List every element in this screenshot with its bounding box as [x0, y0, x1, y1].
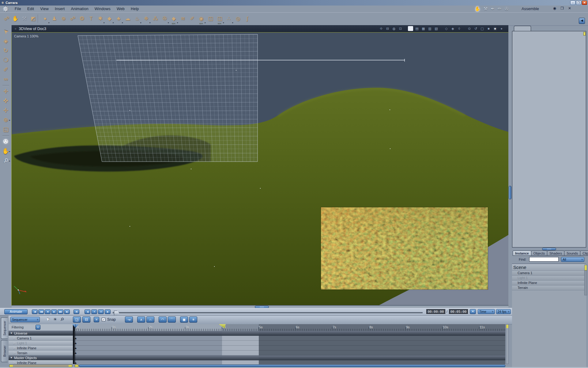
insert-brush-icon[interactable]: ✐ [188, 14, 196, 23]
track-light-1[interactable]: ▷ Light 1 [9, 341, 73, 346]
disclosure-icon[interactable]: ▷ [13, 361, 15, 364]
tween-bezier-button[interactable]: ∩ [146, 316, 154, 323]
snap-checkbox[interactable]: ✓ [102, 318, 105, 321]
pointer-tool-icon[interactable]: ➤ [46, 317, 50, 322]
collapse-panel-button[interactable]: ◀ [579, 18, 585, 24]
close-button[interactable]: ✕ [582, 1, 587, 5]
insert-ocean-icon[interactable]: ≋ [179, 14, 187, 23]
tab-shaders[interactable]: Shaders [547, 251, 564, 256]
insert-text-icon[interactable]: T [87, 14, 95, 23]
insert-bones-icon[interactable]: ☍ [69, 14, 77, 23]
vp-layout-3pane-icon[interactable]: ▦ [421, 26, 426, 31]
tab-objects[interactable]: Objects [531, 251, 547, 256]
splitter-handle[interactable] [542, 248, 556, 250]
panel-toggle-icon[interactable]: ❒ [560, 6, 564, 10]
menu-item[interactable]: Insert [55, 7, 65, 11]
timeline-ruler[interactable] [75, 324, 505, 331]
current-time-field[interactable]: 00:00:00 [426, 309, 445, 314]
total-time-field[interactable]: 00:05:00 [449, 309, 468, 314]
timeline-scroll-cap[interactable] [75, 365, 78, 367]
timeline-vscrollbar[interactable] [506, 324, 509, 364]
insert-sdk-camera-icon[interactable]: ◫SDK [216, 14, 224, 23]
track-group-master-objects[interactable]: ▼ Master Objects [9, 355, 73, 360]
camera-tool[interactable]: ✇ [1, 137, 10, 147]
minimize-button[interactable]: – [570, 1, 575, 5]
texture-room-icon[interactable]: ✏ [498, 6, 502, 12]
trackball-tool[interactable]: ⊕ [1, 115, 10, 125]
menu-item[interactable]: Web [117, 7, 125, 11]
scale-timeline-button[interactable]: ⊟ [82, 316, 90, 323]
insert-fire-icon[interactable]: ♨ [133, 14, 141, 23]
scene-scrollbar[interactable] [584, 265, 587, 295]
disclosure-icon[interactable]: ▷ [13, 351, 15, 354]
disclosure-icon[interactable]: ▼ [10, 356, 13, 359]
menu-item[interactable]: View [40, 7, 49, 11]
scene-scroll-thumb[interactable] [585, 265, 587, 270]
menu-item[interactable]: File [15, 7, 21, 11]
insert-sphere-icon[interactable]: ● [41, 14, 49, 23]
vp-plane-side-icon[interactable]: ◊ [457, 26, 462, 31]
vp-lit-preview-icon[interactable]: ● [492, 26, 498, 31]
filtering-dropdown-button[interactable]: » [36, 325, 40, 330]
frame-range-button[interactable]: ▤ [74, 309, 79, 314]
insert-camera-icon[interactable]: ◫ [206, 14, 214, 23]
time-slider-thumb[interactable] [114, 311, 119, 316]
disclosure-icon[interactable]: ▷ [13, 347, 15, 349]
insert-rain-icon[interactable]: ∴ [225, 14, 233, 23]
vp-rotate-view-icon[interactable]: ↺ [473, 26, 478, 31]
track-infinite-plane[interactable]: ▷ Infinite Plane [9, 346, 73, 351]
prev-keyframe-button[interactable]: ◀ [85, 309, 90, 314]
light-intensity-icon[interactable]: ☀ [53, 317, 57, 322]
restore-button[interactable]: ❐ [576, 1, 581, 5]
vp-layout-single-icon[interactable]: ▮ [408, 26, 413, 31]
vp-presets-icon[interactable]: ◍ [391, 26, 397, 31]
fast-forward-button[interactable]: ▶▶ [58, 309, 63, 314]
viewport-collapse-icon[interactable]: ○ [15, 27, 16, 30]
track-camera-1[interactable]: ▷ Camera 1 [9, 336, 73, 341]
vp-layout-4pane-icon[interactable]: ▥ [427, 26, 432, 31]
disclosure-icon[interactable]: ▷ [13, 337, 15, 339]
menu-item[interactable]: Windows [95, 7, 111, 11]
sequencer-mode-dropdown[interactable]: Sequencer» [10, 317, 40, 322]
find-input[interactable] [529, 257, 559, 262]
insert-spline-object-icon[interactable]: ⊕ [59, 14, 67, 23]
insert-spiral-icon[interactable]: ❂ [78, 14, 86, 23]
menu-item[interactable]: Animation [71, 7, 88, 11]
3d-viewport[interactable]: Camera 1 100% [12, 33, 508, 305]
insert-terrain-icon[interactable]: ◆ [105, 14, 113, 23]
render-room-icon[interactable]: ✇ [504, 6, 508, 12]
menu-item[interactable]: Help [131, 7, 139, 11]
tab-sequencer[interactable]: Sequencer [1, 317, 8, 339]
vp-plane-front-icon[interactable]: ◈ [450, 26, 455, 31]
tween-ease-out-button[interactable]: ⌒ [168, 316, 176, 323]
scene-root[interactable]: Scene [512, 264, 586, 271]
insert-cloud-icon[interactable]: ☁ [124, 14, 132, 23]
animate-button[interactable]: Animate [4, 309, 28, 314]
rewind-button[interactable]: ◀◀ [38, 309, 44, 314]
browser-scroll-thumb[interactable] [583, 32, 586, 36]
adjust-wrench-tool[interactable]: ⚒ [20, 14, 28, 23]
vp-plane-top-icon[interactable]: ◇ [444, 26, 449, 31]
pan-yz-tool[interactable]: ✢ [1, 106, 10, 115]
play-button[interactable]: ▶ [51, 309, 57, 314]
pan-xz-tool[interactable]: ✜ [1, 96, 10, 106]
insert-fountain-icon[interactable]: ⁂ [151, 14, 159, 23]
tab-sounds[interactable]: Sounds [564, 251, 580, 256]
zoom-tool[interactable]: ⚲ [1, 156, 10, 166]
scene-item-infinite-plane[interactable]: Infinite Plane [512, 281, 586, 286]
track-master-infinite-plane[interactable]: ▷ Infinite Plane [9, 360, 73, 364]
go-end-button[interactable]: ▶| [64, 309, 70, 314]
separator[interactable] [1, 84, 10, 87]
next-keyframe-button[interactable]: ▶ [105, 309, 111, 314]
scene-item-camera-1[interactable]: Camera 1 [512, 271, 586, 276]
track-group-universe[interactable]: ▼ Universe [9, 331, 73, 336]
insert-target-icon[interactable]: ◎ [234, 14, 242, 23]
insert-film-reel-icon[interactable]: ✇ [160, 14, 168, 23]
tab-browser[interactable]: Browser [1, 340, 8, 362]
vp-orbit-icon[interactable]: ⊙ [467, 26, 472, 31]
scene-item-light-1[interactable]: Light 1 [512, 276, 586, 281]
vp-texture-preview-icon[interactable]: ● [499, 26, 504, 31]
insert-bone-icon[interactable]: ∫ [243, 14, 251, 23]
delete-keyframe-button[interactable]: ☒ [98, 309, 104, 314]
tween-velocity-button[interactable]: ↝ [125, 316, 133, 323]
